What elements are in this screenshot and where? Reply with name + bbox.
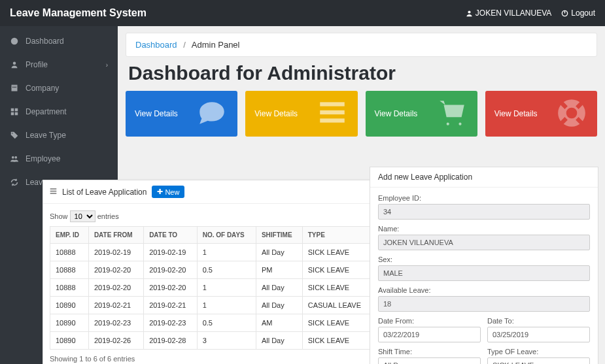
list-panel-title: List of Leave Application bbox=[62, 188, 147, 197]
name-field[interactable] bbox=[378, 235, 590, 250]
table-cell: SICK LEAVE bbox=[302, 244, 373, 261]
svg-rect-9 bbox=[16, 87, 17, 88]
table-cell: All Day bbox=[256, 279, 302, 297]
table-cell: All Day bbox=[256, 297, 302, 314]
svg-point-0 bbox=[468, 10, 470, 13]
card-label: View Details bbox=[254, 109, 298, 118]
svg-rect-22 bbox=[50, 188, 57, 189]
table-cell: PM bbox=[256, 261, 302, 279]
table-header[interactable]: DATE FROM bbox=[88, 227, 143, 244]
svg-point-21 bbox=[566, 107, 578, 118]
table-cell: SICK LEAVE bbox=[302, 314, 373, 332]
table-header[interactable]: NO. OF DAYS bbox=[197, 227, 256, 244]
table-cell: 2019-02-19 bbox=[88, 244, 143, 261]
entries-select[interactable]: 10 bbox=[70, 210, 95, 222]
sidebar-item-leave-type[interactable]: Leave Type bbox=[0, 124, 118, 147]
logout-link[interactable]: Logout bbox=[561, 8, 595, 18]
sidebar-item-dashboard[interactable]: Dashboard bbox=[0, 29, 118, 53]
table-cell: 10888 bbox=[50, 279, 89, 297]
tag-icon bbox=[10, 131, 19, 139]
table-cell: 2019-02-21 bbox=[88, 297, 143, 314]
label-type: Type OF Leave: bbox=[487, 348, 590, 356]
table-cell: 0.5 bbox=[197, 314, 256, 332]
breadcrumb-link[interactable]: Dashboard bbox=[135, 40, 177, 50]
table-cell: CASUAL LEAVE bbox=[302, 297, 373, 314]
sidebar-item-company[interactable]: Company bbox=[0, 76, 118, 100]
table-cell: 10890 bbox=[50, 297, 89, 314]
grid-icon bbox=[10, 108, 19, 116]
table-cell: 0.5 bbox=[197, 261, 256, 279]
power-icon bbox=[561, 10, 568, 17]
user-icon bbox=[466, 10, 473, 17]
sidebar-label: Employee bbox=[26, 154, 60, 163]
available-leave-field[interactable] bbox=[378, 296, 590, 312]
app-header: Leave Management System JOKEN VILLANUEVA… bbox=[0, 0, 605, 26]
table-cell: 2019-02-20 bbox=[144, 279, 198, 297]
sidebar-item-department[interactable]: Department bbox=[0, 100, 118, 124]
users-icon bbox=[10, 155, 19, 163]
brand-title: Leave Management System bbox=[10, 7, 147, 19]
table-cell: 2019-02-19 bbox=[144, 244, 198, 261]
svg-rect-18 bbox=[320, 110, 345, 114]
card-label: View Details bbox=[494, 109, 538, 118]
sidebar-label: Department bbox=[26, 107, 67, 116]
table-cell: 3 bbox=[197, 332, 256, 350]
user-icon bbox=[10, 61, 19, 69]
sidebar-item-employee[interactable]: Employee bbox=[0, 147, 118, 171]
table-header[interactable]: SHIFTIME bbox=[256, 227, 302, 244]
table-cell: 1 bbox=[197, 244, 256, 261]
chevron-right-icon: › bbox=[106, 61, 108, 69]
emp-id-field[interactable] bbox=[378, 204, 590, 220]
svg-rect-19 bbox=[320, 118, 345, 122]
shift-time-select[interactable] bbox=[378, 357, 481, 364]
card-green[interactable]: View Details bbox=[366, 91, 477, 137]
svg-rect-5 bbox=[12, 86, 18, 91]
label-avail: Available Leave: bbox=[378, 286, 590, 294]
list-icon bbox=[316, 97, 349, 131]
svg-rect-6 bbox=[12, 85, 18, 86]
label-shift: Shift Time: bbox=[378, 348, 481, 356]
table-header[interactable]: TYPE bbox=[302, 227, 373, 244]
cart-icon bbox=[436, 97, 468, 131]
card-blue[interactable]: View Details bbox=[126, 91, 237, 137]
table-header[interactable]: EMP. ID bbox=[50, 227, 89, 244]
card-label: View Details bbox=[375, 109, 418, 118]
svg-point-15 bbox=[12, 156, 14, 159]
sidebar-item-profile[interactable]: Profile › bbox=[0, 53, 118, 76]
card-red[interactable]: View Details bbox=[485, 91, 597, 137]
svg-rect-23 bbox=[50, 190, 57, 191]
table-cell: 2019-02-20 bbox=[88, 261, 143, 279]
card-yellow[interactable]: View Details bbox=[245, 91, 357, 137]
table-cell: 2019-02-23 bbox=[88, 314, 143, 332]
new-button[interactable]: ✚ New bbox=[152, 186, 184, 198]
sex-field[interactable] bbox=[378, 265, 590, 281]
table-cell: All Day bbox=[256, 244, 302, 261]
table-cell: 1 bbox=[197, 297, 256, 314]
leave-form-panel: Add new Leave Application Employee ID: N… bbox=[370, 167, 598, 364]
svg-point-4 bbox=[13, 62, 16, 65]
date-from-field[interactable] bbox=[378, 327, 481, 342]
leave-type-select[interactable] bbox=[487, 357, 590, 364]
lifebuoy-icon bbox=[555, 97, 588, 131]
label-sex: Sex: bbox=[378, 256, 590, 263]
table-header[interactable]: DATE TO bbox=[144, 227, 198, 244]
main-content: Dashboard / Admin Panel Dashboard for Ad… bbox=[118, 26, 605, 364]
page-title: Dashboard for Administrator bbox=[128, 62, 597, 84]
svg-rect-13 bbox=[15, 112, 18, 116]
table-cell: SICK LEAVE bbox=[302, 279, 373, 297]
svg-rect-7 bbox=[12, 87, 14, 88]
username-link[interactable]: JOKEN VILLANUEVA bbox=[466, 8, 551, 18]
table-cell: 10888 bbox=[50, 261, 89, 279]
label-date-to: Date To: bbox=[487, 317, 590, 325]
svg-point-14 bbox=[12, 133, 13, 134]
label-emp-id: Employee ID: bbox=[378, 194, 590, 202]
svg-rect-8 bbox=[14, 87, 15, 88]
refresh-icon bbox=[10, 178, 19, 186]
table-cell: 1 bbox=[197, 279, 256, 297]
sidebar-label: Profile bbox=[26, 60, 48, 69]
plus-icon: ✚ bbox=[157, 188, 163, 196]
table-cell: 2019-02-20 bbox=[88, 279, 143, 297]
svg-rect-12 bbox=[11, 112, 14, 116]
date-to-field[interactable] bbox=[487, 327, 590, 342]
table-cell: SICK LEAVE bbox=[302, 332, 373, 350]
